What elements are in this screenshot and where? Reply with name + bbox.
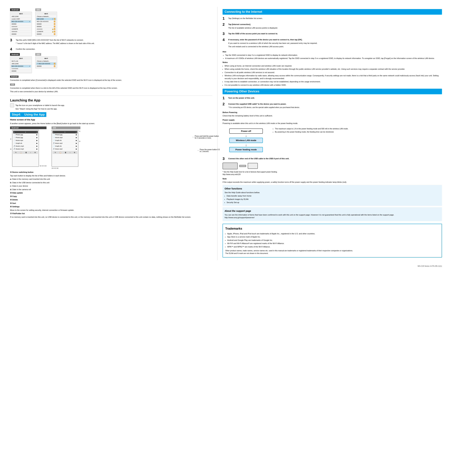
step4-box-title: Using the App bbox=[23, 112, 46, 117]
support-text: You can see the information of items tha… bbox=[225, 213, 440, 219]
pow-step-2-note: * For connecting an iOS device, use the … bbox=[228, 106, 442, 109]
pow-step-3: 3 Connect the other end of the USB cable… bbox=[223, 156, 442, 161]
power-arrow-1: ↓ bbox=[245, 134, 247, 137]
footnote-3: ③ Copy bbox=[10, 195, 212, 198]
pow-step-2-text: Connect the supplied USB cable* to the d… bbox=[228, 103, 442, 105]
left-arrow-1-text: Press and hold the power button for 3 se… bbox=[195, 135, 221, 139]
ios-tab-d[interactable]: d bbox=[76, 131, 77, 133]
android-confirm-row-1: Wi-Fi LAN bbox=[11, 60, 31, 62]
wifi-row-6: 12345678 bbox=[11, 28, 31, 30]
android-app-mock: a b c 📄 Photo1.jpg▶ 📄 Photo2.jpg▶ 📄 Movi… bbox=[12, 130, 39, 167]
footnote-1-num: ① Device switching button bbox=[10, 171, 33, 173]
app-home-screens: Android ① ② a b c 📄 Photo1.jpg▶ bbox=[10, 126, 212, 169]
pow-step-2-block: Connect the supplied USB cable* to the d… bbox=[228, 102, 442, 109]
ios-tab-b[interactable]: b bbox=[65, 131, 65, 133]
circle-5: ⑤ bbox=[43, 165, 45, 167]
ios-connection-note: iOS Connection is completed when there i… bbox=[10, 83, 212, 93]
hint-item-1: Tap the SSID connected in step 3 or a re… bbox=[225, 54, 442, 57]
tab-b[interactable]: b bbox=[25, 131, 26, 133]
android-inline-label: Android bbox=[10, 75, 19, 78]
android-app-tabs: a b c bbox=[13, 131, 38, 133]
trademark-4: Wi-Fi® and Wi-Fi Alliance® are registere… bbox=[227, 242, 439, 245]
left-arrow-1-arrow: ← bbox=[192, 136, 194, 138]
footnote-7: ⑦ File/Folder list If no memory card is … bbox=[10, 212, 212, 218]
left-arrow-1-row: ← Press and hold the power button for 3 … bbox=[192, 135, 221, 139]
other-func-1: Data transfer away from home bbox=[226, 195, 440, 197]
mock-row-photo1: 📄 Photo1.jpg▶ bbox=[13, 133, 38, 136]
tab-c[interactable]: c bbox=[37, 131, 37, 133]
bottom-icon-4[interactable]: ↕ bbox=[30, 152, 31, 153]
ios-mock-row-music: 🎵 Music.mp3▶ bbox=[53, 142, 77, 145]
power-diagram: Power-off ↓ Wireless LAN mode ↓ Power fe… bbox=[223, 129, 270, 152]
android-label-confirm: Android bbox=[10, 53, 20, 56]
device-screens-confirm: Android Wi-Fi Wi-Fi LAN ABC12345 WG-C20-… bbox=[10, 53, 212, 73]
connect-step-2-block: Tap [Internet connection]. The list of a… bbox=[228, 22, 442, 30]
step-4-num: 4 bbox=[10, 47, 14, 51]
trademark-2: App Store is a service mark of Apple Inc… bbox=[227, 236, 439, 238]
footnote-1-b: b: Data in the USB device connected to t… bbox=[10, 181, 212, 184]
wifi-row-5: AAAAAA bbox=[11, 25, 31, 28]
right-column: Connecting to the Internet 1 Tap (Settin… bbox=[217, 7, 442, 260]
android-app-row: ① ② a b c 📄 Photo1.jpg▶ 📄 Photo2.jpg▶ 📄 … bbox=[10, 130, 47, 167]
pow-step-3-text: Connect the other end of the USB cable t… bbox=[228, 157, 442, 160]
left-arrow-1: ← Press and hold the power button for 3 … bbox=[192, 135, 221, 139]
other-func-2: Playback images by DLNA bbox=[226, 198, 440, 201]
ios-circle-nums-bottom: ③ ④ ⑤ ⑥ bbox=[52, 167, 80, 169]
android-connection-text: Connection is completed when [Connected]… bbox=[10, 79, 212, 82]
ios-app-bottom-bar: ↻ 📋 🗑 ↕ ⚙ bbox=[53, 151, 77, 154]
mock-row-movie: 📄 Movie.mp4▶ bbox=[13, 139, 38, 142]
ios-confirm-header: Wi-Fi bbox=[36, 57, 56, 60]
ios-confirm-selected: ✓ WG-C20-XXXXXX📶 bbox=[36, 62, 56, 65]
ios-wifi-row-selected: ABC12345✓ 📶 bbox=[36, 18, 56, 20]
ios-mock-row-graph: 📄 Graph.xls▶ bbox=[53, 139, 77, 142]
ios-bottom-icon-3[interactable]: 🗑 bbox=[65, 152, 66, 153]
left-arrow-2-arrow: ← bbox=[197, 150, 199, 151]
circle-4: ④ bbox=[41, 165, 43, 167]
bottom-icon-1[interactable]: ↻ bbox=[15, 152, 17, 153]
wifi-row-1: ABC12345 bbox=[11, 15, 31, 18]
pow-step-1: 1 Turn on the power of this unit. bbox=[223, 96, 442, 100]
wifi-mock-header-android: Wi-Fi bbox=[11, 13, 31, 15]
connecting-header: Connecting to the Internet bbox=[223, 9, 442, 15]
android-label-top: Android bbox=[10, 8, 20, 11]
footnote-7-detail: If no memory card is inserted into this … bbox=[10, 216, 212, 218]
bottom-icon-5[interactable]: ⚙ bbox=[34, 152, 36, 153]
tab-a[interactable]: a bbox=[14, 131, 14, 133]
android-confirm-col: Android Wi-Fi Wi-Fi LAN ABC12345 WG-C20-… bbox=[10, 53, 32, 73]
ios-tab-a[interactable]: a bbox=[53, 131, 54, 133]
bottom-icon-2[interactable]: 📋 bbox=[20, 152, 22, 153]
pow-step-1-num: 1 bbox=[223, 96, 226, 100]
note-pow-block: Note If the output exceeds the maximum w… bbox=[223, 177, 442, 184]
ios-bottom-icon-2[interactable]: 📋 bbox=[60, 152, 61, 153]
trademarks-box: Trademarks Apple, iPhone, iPad and iPod … bbox=[223, 224, 442, 258]
step4-header-box: Step4:Using the App bbox=[10, 113, 212, 116]
launching-icon-row: Tap the icon on your smartphone or table… bbox=[10, 103, 212, 111]
ios-bottom-icon-4[interactable]: ↕ bbox=[70, 152, 71, 153]
app-icon bbox=[10, 103, 14, 107]
ios-bottom-icon-5[interactable]: ⚙ bbox=[74, 152, 75, 153]
wifi-row-3: WG-C20-XXXXXX✓ bbox=[11, 20, 31, 23]
ios-wifi-row-2: 000000📶 bbox=[36, 23, 56, 25]
step-3-num: 3 bbox=[10, 38, 14, 45]
hint-block: Hint Tap the SSID connected in step 3 or… bbox=[223, 50, 442, 60]
note-item-5: It may take time to establish connection… bbox=[225, 80, 442, 83]
ios-screen-col: iOS Wi-Fi Choose a Network... ABC12345✓ … bbox=[35, 8, 57, 36]
footnote-6: ⑥ Settings Move to the screen for settin… bbox=[10, 205, 212, 211]
connect-step-2: 2 Tap [Internet connection]. The list of… bbox=[223, 22, 442, 30]
connect-step-4-text: If necessary, enter the password of the … bbox=[228, 38, 442, 41]
note-pow-text: If the output exceeds the maximum while … bbox=[223, 181, 442, 184]
connect-step-4-detail1: If you want to connect to a wireless LAN… bbox=[228, 42, 442, 45]
ios-legend-nums-right: ① ② bbox=[79, 130, 80, 167]
notes-list: When using at home, an Internet connecti… bbox=[225, 64, 442, 87]
ios-connection-text2: This unit is now connected to your devic… bbox=[10, 90, 212, 93]
power-bullet-2: By powering in the power feeding mode, t… bbox=[275, 131, 442, 133]
ios-bottom-icon-1[interactable]: ↻ bbox=[55, 152, 56, 153]
other-func-3: Security Set-up bbox=[226, 201, 440, 204]
connect-step-4-block: If necessary, enter the password of the … bbox=[228, 38, 442, 49]
usb-cable bbox=[239, 165, 246, 167]
footnote-7-label: ⑦ File/Folder list bbox=[10, 212, 25, 214]
bottom-icon-3[interactable]: 🗑 bbox=[25, 152, 27, 153]
power-bullet-1: The maximum output is 1 A in the power f… bbox=[275, 128, 442, 130]
trademarks-extra: Other product names, trade names, servic… bbox=[225, 249, 439, 255]
connect-step-4-detail2: The unit restarts and is connected to th… bbox=[228, 45, 442, 48]
